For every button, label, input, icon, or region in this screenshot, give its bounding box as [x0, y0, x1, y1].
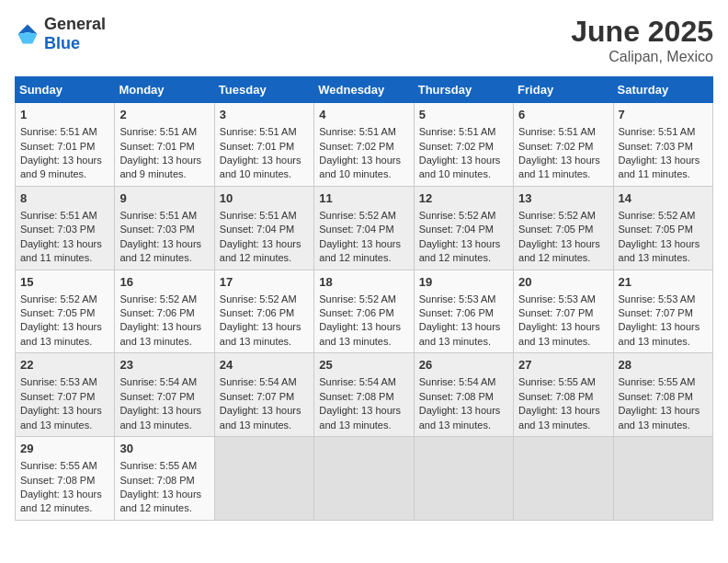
sunrise-label: Sunrise: 5:51 AM [419, 126, 496, 137]
sunset-label: Sunset: 7:03 PM [119, 224, 194, 235]
sunset-label: Sunset: 7:02 PM [419, 141, 494, 152]
calendar-day-cell: 14 Sunrise: 5:52 AM Sunset: 7:05 PM Dayl… [613, 186, 712, 270]
daylight-label: Daylight: 13 hours and 13 minutes. [119, 405, 201, 430]
sunrise-label: Sunrise: 5:53 AM [619, 293, 696, 304]
daylight-label: Daylight: 13 hours and 13 minutes. [518, 405, 600, 430]
svg-marker-1 [18, 32, 38, 43]
day-number: 3 [220, 107, 309, 123]
sunrise-label: Sunrise: 5:55 AM [518, 376, 596, 387]
calendar-day-cell: 2 Sunrise: 5:51 AM Sunset: 7:01 PM Dayli… [115, 103, 214, 187]
sunrise-label: Sunrise: 5:51 AM [319, 126, 396, 137]
daylight-label: Daylight: 13 hours and 10 minutes. [220, 155, 301, 179]
sunrise-label: Sunrise: 5:55 AM [619, 376, 696, 387]
calendar-day-cell: 12 Sunrise: 5:52 AM Sunset: 7:04 PM Dayl… [414, 186, 513, 270]
daylight-label: Daylight: 13 hours and 12 minutes. [518, 238, 600, 263]
calendar-header: SundayMondayTuesdayWednesdayThursdayFrid… [16, 77, 713, 103]
sunset-label: Sunset: 7:07 PM [619, 307, 693, 318]
calendar-day-cell [414, 437, 513, 521]
day-number: 12 [419, 190, 508, 207]
sunset-label: Sunset: 7:03 PM [20, 224, 95, 235]
calendar-day-cell: 13 Sunrise: 5:52 AM Sunset: 7:05 PM Dayl… [514, 186, 613, 270]
day-number: 11 [319, 190, 408, 207]
day-of-week-header: Saturday [613, 77, 712, 103]
daylight-label: Daylight: 13 hours and 13 minutes. [20, 405, 102, 430]
calendar-day-cell: 1 Sunrise: 5:51 AM Sunset: 7:01 PM Dayli… [16, 103, 115, 187]
daylight-label: Daylight: 13 hours and 13 minutes. [220, 321, 301, 346]
day-number: 29 [20, 441, 109, 457]
daylight-label: Daylight: 13 hours and 13 minutes. [319, 321, 401, 346]
daylight-label: Daylight: 13 hours and 11 minutes. [518, 155, 600, 179]
calendar-day-cell: 19 Sunrise: 5:53 AM Sunset: 7:06 PM Dayl… [414, 270, 513, 353]
sunrise-label: Sunrise: 5:55 AM [20, 460, 97, 471]
sunset-label: Sunset: 7:07 PM [20, 391, 95, 402]
daylight-label: Daylight: 13 hours and 10 minutes. [319, 155, 401, 179]
calendar-day-cell: 7 Sunrise: 5:51 AM Sunset: 7:03 PM Dayli… [613, 103, 712, 187]
sunrise-label: Sunrise: 5:51 AM [220, 210, 297, 221]
calendar-day-cell: 4 Sunrise: 5:51 AM Sunset: 7:02 PM Dayli… [314, 103, 414, 187]
sunset-label: Sunset: 7:05 PM [20, 307, 95, 318]
day-number: 21 [619, 274, 708, 291]
sunset-label: Sunset: 7:06 PM [419, 307, 494, 318]
daylight-label: Daylight: 13 hours and 13 minutes. [518, 321, 600, 346]
daylight-label: Daylight: 13 hours and 11 minutes. [619, 155, 700, 179]
logo: General Blue [15, 15, 106, 53]
day-number: 15 [20, 274, 109, 291]
day-of-week-header: Sunday [16, 77, 115, 103]
sunset-label: Sunset: 7:07 PM [518, 307, 593, 318]
sunrise-label: Sunrise: 5:55 AM [119, 460, 197, 471]
sunrise-label: Sunrise: 5:51 AM [220, 126, 297, 137]
calendar-day-cell [613, 437, 712, 521]
calendar-week-row: 1 Sunrise: 5:51 AM Sunset: 7:01 PM Dayli… [16, 103, 713, 187]
sunrise-label: Sunrise: 5:52 AM [119, 293, 197, 304]
calendar-day-cell: 16 Sunrise: 5:52 AM Sunset: 7:06 PM Dayl… [115, 270, 214, 353]
day-number: 22 [20, 357, 109, 373]
sunset-label: Sunset: 7:01 PM [119, 141, 194, 152]
sunrise-label: Sunrise: 5:52 AM [220, 293, 297, 304]
calendar-day-cell: 26 Sunrise: 5:54 AM Sunset: 7:08 PM Dayl… [414, 353, 513, 437]
calendar-day-cell: 20 Sunrise: 5:53 AM Sunset: 7:07 PM Dayl… [514, 270, 613, 353]
sunrise-label: Sunrise: 5:52 AM [319, 293, 396, 304]
sunset-label: Sunset: 7:02 PM [518, 141, 593, 152]
sunset-label: Sunset: 7:08 PM [20, 475, 95, 486]
sunrise-label: Sunrise: 5:51 AM [119, 210, 197, 221]
daylight-label: Daylight: 13 hours and 13 minutes. [220, 405, 301, 430]
calendar-day-cell [214, 437, 313, 521]
day-number: 7 [619, 107, 708, 123]
sunset-label: Sunset: 7:06 PM [119, 307, 194, 318]
daylight-label: Daylight: 13 hours and 12 minutes. [20, 488, 102, 513]
day-number: 28 [619, 357, 708, 373]
sunrise-label: Sunrise: 5:51 AM [518, 126, 596, 137]
calendar-day-cell: 28 Sunrise: 5:55 AM Sunset: 7:08 PM Dayl… [613, 353, 712, 437]
sunset-label: Sunset: 7:05 PM [619, 224, 693, 235]
calendar-body: 1 Sunrise: 5:51 AM Sunset: 7:01 PM Dayli… [16, 103, 713, 521]
daylight-label: Daylight: 13 hours and 13 minutes. [619, 238, 700, 263]
daylight-label: Daylight: 13 hours and 9 minutes. [119, 155, 201, 179]
sunset-label: Sunset: 7:07 PM [220, 391, 294, 402]
calendar-day-cell: 24 Sunrise: 5:54 AM Sunset: 7:07 PM Dayl… [214, 353, 313, 437]
calendar-week-row: 8 Sunrise: 5:51 AM Sunset: 7:03 PM Dayli… [16, 186, 713, 270]
sunset-label: Sunset: 7:08 PM [119, 475, 194, 486]
calendar-day-cell: 3 Sunrise: 5:51 AM Sunset: 7:01 PM Dayli… [214, 103, 313, 187]
daylight-label: Daylight: 13 hours and 13 minutes. [419, 321, 501, 346]
sunrise-label: Sunrise: 5:54 AM [319, 376, 396, 387]
calendar-day-cell: 22 Sunrise: 5:53 AM Sunset: 7:07 PM Dayl… [16, 353, 115, 437]
location: Calipan, Mexico [571, 49, 713, 65]
sunrise-label: Sunrise: 5:53 AM [20, 376, 97, 387]
daylight-label: Daylight: 13 hours and 13 minutes. [20, 321, 102, 346]
calendar-table: SundayMondayTuesdayWednesdayThursdayFrid… [15, 76, 713, 521]
sunset-label: Sunset: 7:08 PM [619, 391, 693, 402]
day-number: 1 [20, 107, 109, 123]
sunrise-label: Sunrise: 5:52 AM [619, 210, 696, 221]
day-number: 20 [518, 274, 608, 291]
sunrise-label: Sunrise: 5:51 AM [619, 126, 696, 137]
sunset-label: Sunset: 7:06 PM [319, 307, 393, 318]
day-number: 5 [419, 107, 508, 123]
calendar-day-cell [314, 437, 414, 521]
daylight-label: Daylight: 13 hours and 12 minutes. [119, 488, 201, 513]
sunset-label: Sunset: 7:07 PM [119, 391, 194, 402]
sunset-label: Sunset: 7:01 PM [220, 141, 294, 152]
page-header: General Blue June 2025 Calipan, Mexico [15, 15, 713, 65]
day-number: 17 [220, 274, 309, 291]
day-number: 10 [220, 190, 309, 207]
sunset-label: Sunset: 7:05 PM [518, 224, 593, 235]
